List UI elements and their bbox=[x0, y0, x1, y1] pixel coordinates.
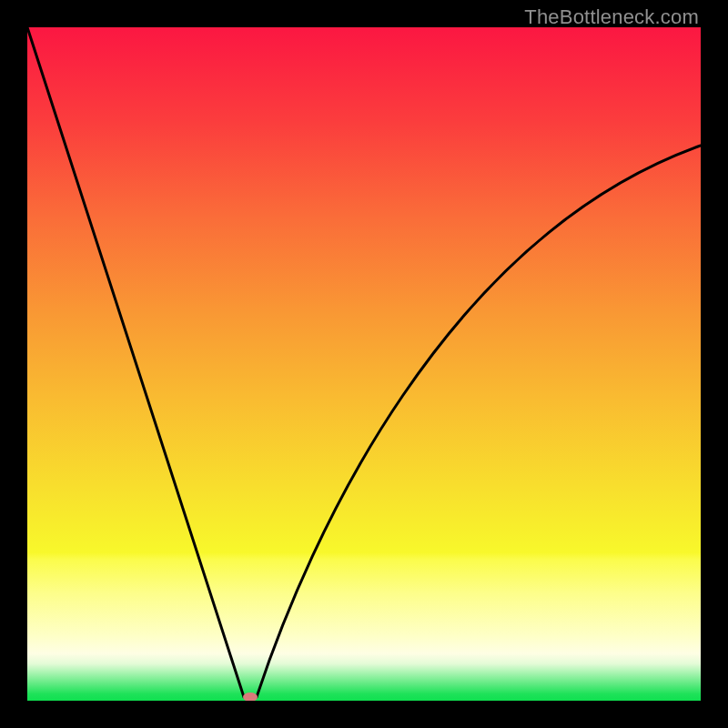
curve-path bbox=[27, 27, 701, 699]
chart-curve bbox=[27, 27, 701, 701]
chart-frame: TheBottleneck.com bbox=[0, 0, 728, 728]
plot-area bbox=[27, 27, 701, 701]
watermark-text: TheBottleneck.com bbox=[524, 5, 699, 29]
minimum-marker-icon bbox=[243, 693, 258, 701]
